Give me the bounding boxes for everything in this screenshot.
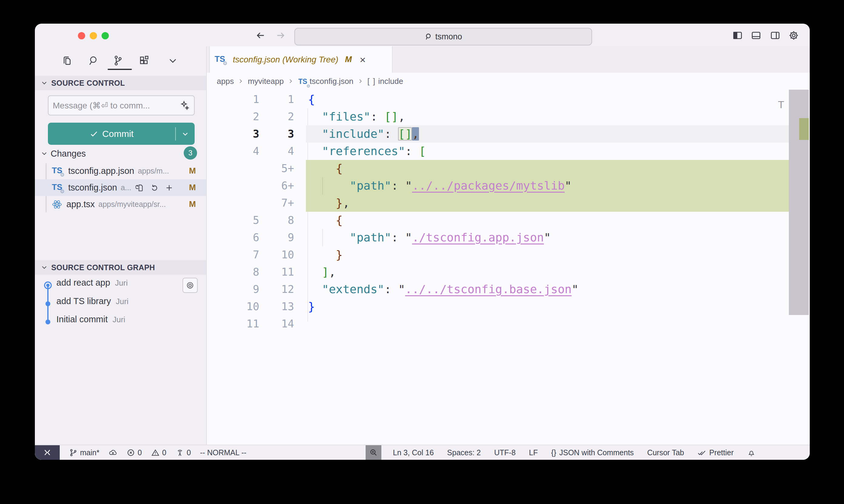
minimize-window-button[interactable] (90, 32, 97, 39)
forward-button[interactable] (276, 30, 286, 41)
breadcrumb-item-apps[interactable]: apps (217, 77, 234, 86)
zoom-window-button[interactable] (102, 32, 109, 39)
search-value: tsmono (435, 32, 462, 41)
errors-count[interactable]: 0 (126, 448, 142, 457)
toggle-panel-icon[interactable] (751, 30, 761, 41)
changed-file-tsconfig.app.json[interactable]: TS⚙tsconfig.app.jsonapps/m...M (35, 163, 206, 179)
source-control-section-header[interactable]: SOURCE CONTROL (35, 76, 206, 90)
broadcast-icon (175, 448, 184, 457)
chevron-down-icon (40, 79, 48, 87)
source-control-view-icon[interactable] (112, 55, 123, 66)
code-line[interactable]: "files": [], (306, 108, 790, 125)
cursor-position[interactable]: Ln 3, Col 16 (393, 448, 434, 457)
eol[interactable]: LF (529, 448, 538, 457)
close-tab-icon[interactable]: × (360, 55, 366, 65)
file-name: app.tsx (66, 199, 95, 209)
tab-tsconfig-working-tree[interactable]: TS⚙ tsconfig.json (Working Tree) M × (209, 46, 393, 73)
commit-row[interactable]: add react appJuri (56, 278, 127, 293)
gutter-modified-line-number: 2 (260, 108, 294, 125)
path-link[interactable]: ./tsconfig.app.json (412, 231, 544, 244)
back-button[interactable] (255, 30, 265, 41)
indentation[interactable]: Spaces: 2 (447, 448, 481, 457)
graph-title: SOURCE CONTROL GRAPH (51, 263, 155, 272)
toggle-primary-sidebar-icon[interactable] (732, 30, 743, 41)
file-dir: apps/myviteapp/sr... (99, 200, 166, 209)
check-icon (89, 129, 99, 139)
cloud-upload-icon (108, 448, 117, 457)
gutter-original-line-number: 10 (225, 298, 259, 315)
git-status-badge: M (189, 183, 196, 192)
breadcrumb-item-include[interactable]: include (378, 77, 403, 86)
breadcrumb-item-tsconfig.json[interactable]: tsconfig.json (310, 77, 354, 86)
code-line[interactable]: } (306, 298, 790, 315)
gutter-original-line-number: 7 (225, 246, 259, 264)
explorer-icon[interactable] (61, 55, 73, 66)
command-center-search[interactable]: tsmono (294, 28, 592, 46)
tab-modified-badge: M (345, 55, 352, 64)
changed-file-app.tsx[interactable]: app.tsxapps/myviteapp/sr...M (35, 196, 206, 213)
publish-button[interactable] (108, 448, 117, 457)
code-line[interactable] (306, 315, 790, 332)
discard-icon[interactable] (150, 183, 159, 192)
vim-mode[interactable]: -- NORMAL -- (200, 448, 246, 457)
file-name: tsconfig.app.json (68, 166, 134, 176)
tab-title: tsconfig.json (Working Tree) (233, 55, 338, 65)
sparkle-icon[interactable] (179, 100, 190, 111)
code-line[interactable]: ], (306, 264, 790, 281)
open-file-icon[interactable] (136, 183, 144, 192)
zoom-indicator[interactable] (366, 445, 381, 460)
code-line-added[interactable]: "path": "../../packages/mytslib" (306, 177, 790, 195)
bell-icon (747, 448, 756, 457)
additional-views-chevron-icon[interactable] (167, 55, 178, 66)
branch-icon (69, 448, 77, 457)
code-line[interactable]: "extends": "../../tsconfig.base.json" (306, 281, 790, 298)
editor-tab-strip: TS⚙ tsconfig.json (Working Tree) M × ¶ (207, 46, 810, 73)
gutter-original-line-number (225, 160, 259, 177)
word-highlight: [] (398, 127, 412, 141)
close-window-button[interactable] (78, 32, 85, 39)
diff-editor[interactable]: 11{22 "files": [],33 "include": [],44 "r… (207, 90, 810, 445)
code-line-added[interactable]: { (306, 160, 790, 177)
code-line[interactable]: { (306, 212, 790, 229)
warnings-count[interactable]: 0 (151, 448, 167, 457)
extensions-view-icon[interactable] (139, 55, 150, 66)
code-line[interactable]: "references": [ (306, 143, 790, 160)
commit-row[interactable]: add TS libraryJuri (56, 296, 128, 311)
code-line-added[interactable]: }, (306, 195, 790, 212)
changes-section-header[interactable]: Changes (35, 146, 206, 161)
code-line[interactable]: "include": [], (306, 125, 790, 143)
commit-message-input[interactable]: Message (⌘⏎ to comm... (48, 95, 195, 115)
code-line[interactable]: } (306, 246, 790, 264)
gutter-modified-line-number: 5+ (260, 160, 294, 177)
gutter-modified-line-number: 8 (260, 212, 294, 229)
gutter-modified-line-number: 6+ (260, 177, 294, 195)
overview-ruler-added-mark (799, 118, 809, 140)
notifications-bell[interactable] (747, 448, 756, 457)
checkout-target-button[interactable] (183, 278, 198, 293)
stage-icon[interactable] (165, 183, 174, 192)
code-line[interactable]: "path": "./tsconfig.app.json" (306, 229, 790, 246)
gutter-modified-line-number: 11 (260, 264, 294, 281)
ports-count[interactable]: 0 (175, 448, 191, 457)
formatter[interactable]: Prettier (697, 448, 734, 457)
encoding[interactable]: UTF-8 (494, 448, 516, 457)
search-view-icon[interactable] (87, 55, 99, 66)
language-mode[interactable]: {}JSON with Comments (551, 448, 634, 457)
commit-dropdown-button[interactable] (176, 130, 195, 138)
git-status-badge: M (189, 166, 196, 176)
commit-row[interactable]: Initial commitJuri (56, 314, 125, 329)
gutter-original-line-number (225, 195, 259, 212)
commit-button[interactable]: Commit (48, 123, 195, 145)
remote-indicator[interactable] (35, 445, 60, 460)
source-control-graph-header[interactable]: SOURCE CONTROL GRAPH (35, 260, 206, 275)
settings-gear-icon[interactable] (788, 30, 799, 41)
breadcrumb-item-myviteapp[interactable]: myviteapp (248, 77, 284, 86)
path-link[interactable]: ../../tsconfig.base.json (405, 283, 571, 296)
code-line[interactable]: { (306, 91, 790, 108)
branch-indicator[interactable]: main* (69, 448, 100, 457)
toggle-secondary-sidebar-icon[interactable] (770, 30, 781, 41)
cursor-tab[interactable]: Cursor Tab (647, 448, 684, 457)
path-link[interactable]: ../../packages/mytslib (412, 179, 565, 192)
changed-file-tsconfig.json[interactable]: TS⚙tsconfig.jsona...M (35, 179, 206, 196)
stray-text: T (778, 99, 784, 111)
